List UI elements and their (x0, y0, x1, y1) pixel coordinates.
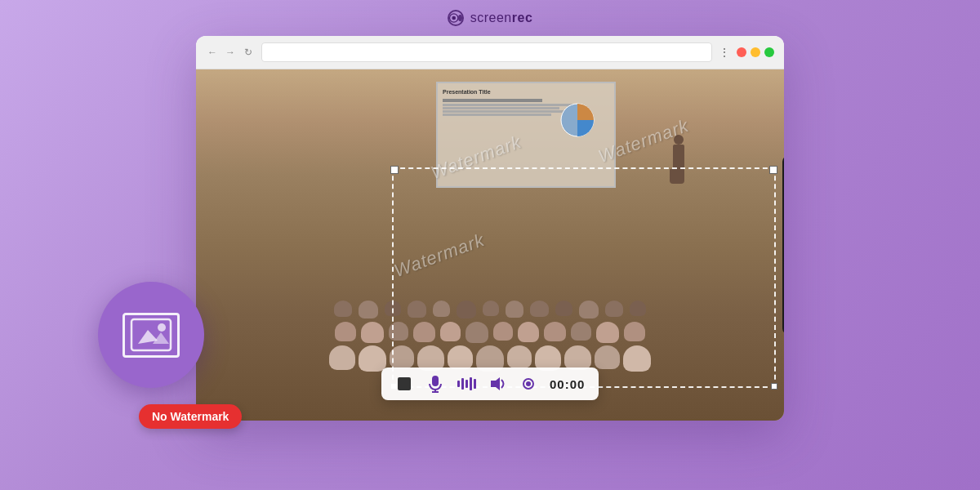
audience (196, 301, 784, 372)
logo-icon (448, 10, 464, 26)
top-bar: screenrec (0, 0, 980, 33)
speaker-button[interactable] (488, 374, 507, 394)
minimize-window-button[interactable] (751, 47, 760, 57)
refresh-button[interactable]: ↻ (242, 46, 255, 59)
address-bar[interactable] (261, 42, 712, 62)
browser-chrome: ← → ↻ ⋮ (196, 36, 784, 69)
right-sidebar-toolbar (782, 155, 784, 335)
recording-toolbar: 00:00 (381, 368, 599, 400)
svg-marker-6 (491, 377, 500, 390)
image-frame-icon (122, 313, 180, 358)
screen-content: Presentation Title (438, 83, 614, 124)
browser-nav: ← → ↻ (206, 46, 255, 59)
recording-timer: 00:00 (550, 377, 586, 391)
stop-button[interactable] (394, 374, 414, 394)
screenshot-area: Presentation Title (196, 69, 784, 421)
svg-point-22 (158, 323, 166, 332)
feature-circle (98, 282, 204, 388)
presenter-silhouette (671, 135, 686, 184)
maximize-window-button[interactable] (764, 47, 774, 57)
no-watermark-badge: No Watermark (139, 404, 242, 429)
webcam-button[interactable] (519, 374, 538, 394)
more-menu-button[interactable]: ⋮ (719, 46, 730, 59)
traffic-lights (737, 47, 774, 57)
forward-button[interactable]: → (224, 46, 237, 59)
audio-levels-button[interactable] (457, 374, 476, 394)
logo-text: screenrec (470, 11, 533, 25)
projection-screen: Presentation Title (436, 82, 616, 188)
browser-window: ← → ↻ ⋮ Presentation Title (196, 36, 784, 421)
svg-point-1 (452, 16, 456, 20)
microphone-button[interactable] (425, 374, 445, 394)
svg-rect-3 (432, 376, 439, 386)
back-button[interactable]: ← (206, 46, 219, 59)
svg-point-8 (526, 381, 531, 386)
close-window-button[interactable] (737, 47, 746, 57)
